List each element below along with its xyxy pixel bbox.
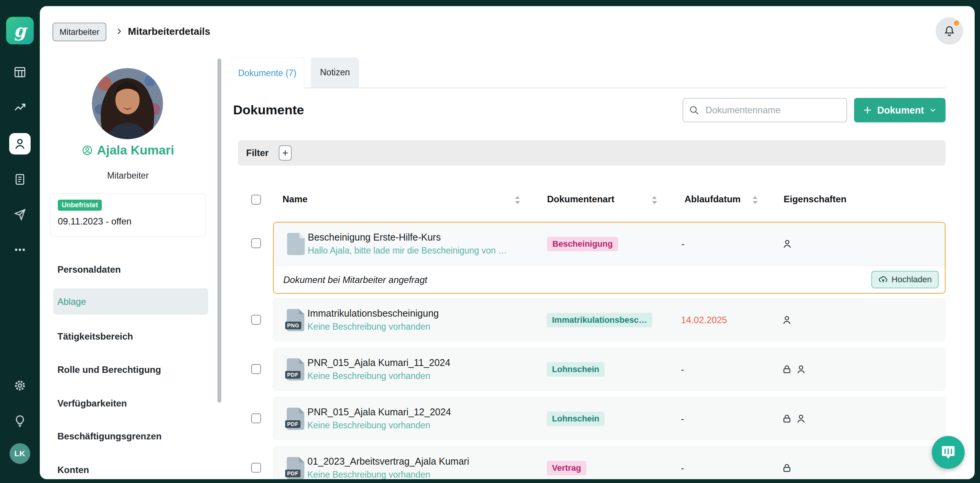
employee-name-row: Ajala Kumari: [40, 143, 216, 158]
table-row[interactable]: PDF 01_2023_Arbeitsvertrag_Ajala Kumari …: [273, 446, 946, 479]
chevron-right-icon: [115, 27, 123, 36]
user-avatar-initials[interactable]: LK: [10, 443, 30, 464]
add-document-label: Dokument: [877, 105, 924, 116]
document-search: [683, 98, 847, 122]
add-document-button[interactable]: Dokument: [854, 98, 946, 122]
section-title: Dokumente: [233, 102, 304, 117]
breadcrumb-back-label: Mitarbeiter: [60, 27, 100, 37]
main-card: Mitarbeiter Mitarbeiterdetails: [40, 6, 975, 479]
cloud-upload-icon: [878, 275, 888, 285]
app-logo[interactable]: g: [6, 17, 34, 44]
breadcrumb-back-button[interactable]: Mitarbeiter: [52, 23, 106, 41]
document-type-badge: Bescheinigung: [547, 237, 618, 251]
document-name: Immatrikulationsbescheinigung: [307, 308, 439, 319]
file-icon: [287, 233, 305, 255]
contract-status-badge: Unbefristet: [58, 200, 102, 211]
more-icon[interactable]: [13, 243, 26, 256]
person-icon: [782, 239, 792, 249]
file-type-label: PDF: [285, 371, 301, 379]
employee-photo: [92, 68, 163, 139]
bell-icon: [943, 25, 956, 37]
table-row[interactable]: PDF PNR_015_Ajala Kumari_11_2024 Keine B…: [273, 348, 946, 391]
expiry-date: -: [681, 463, 684, 473]
sidebar-item-konten[interactable]: Konten: [57, 462, 203, 478]
table-row[interactable]: PDF PNR_015_Ajala Kumari_12_2024 Keine B…: [273, 397, 946, 440]
sort-icon-name[interactable]: [514, 195, 520, 205]
row-checkbox-4[interactable]: [251, 413, 261, 423]
employees-icon-active[interactable]: [9, 133, 31, 154]
document-name: Bescheinigung Erste-Hilfe-Kurs: [308, 232, 441, 243]
column-header-properties: Eigenschaften: [784, 194, 846, 205]
sidebar-item-verfuegbarkeiten[interactable]: Verfügbarkeiten: [57, 396, 203, 411]
upload-button[interactable]: Hochladen: [871, 271, 939, 288]
gear-icon[interactable]: [13, 379, 26, 392]
row-checkbox-5[interactable]: [251, 463, 261, 473]
contract-card: Unbefristet 09.11.2023 - offen: [50, 194, 206, 237]
expiry-date: -: [681, 239, 684, 249]
plus-icon: [862, 105, 872, 115]
document-description: Keine Beschreibung vorhanden: [307, 371, 430, 381]
column-header-expiry: Ablaufdatum: [684, 194, 741, 205]
vertical-scrollbar[interactable]: [217, 59, 221, 403]
select-all-checkbox[interactable]: [251, 195, 261, 205]
plane-icon[interactable]: [13, 208, 26, 221]
upload-button-label: Hochladen: [892, 275, 932, 285]
profile-status-icon: [82, 145, 93, 156]
trending-up-icon[interactable]: [13, 101, 26, 114]
document-description: Keine Beschreibung vorhanden: [307, 470, 430, 479]
documents-icon[interactable]: [13, 173, 26, 186]
sidebar-item-ablage-label: Ablage: [57, 288, 86, 315]
column-header-type: Dokumentenart: [547, 194, 614, 205]
sort-icon-type[interactable]: [652, 195, 657, 205]
document-type-badge: Vertrag: [547, 461, 586, 475]
user-initials: LK: [15, 449, 26, 458]
plus-icon: [281, 149, 289, 157]
file-type-label: PDF: [285, 420, 301, 428]
sidebar-item-personaldaten[interactable]: Personaldaten: [57, 262, 203, 277]
person-icon: [796, 364, 806, 374]
expiry-date: 14.02.2025: [681, 315, 727, 325]
contract-period: 09.11.2023 - offen: [58, 216, 132, 227]
requested-row-main: Bescheinigung Erste-Hilfe-Kurs Hallo Aja…: [274, 223, 945, 266]
sidebar-item-beschaeftigungsgrenzen[interactable]: Beschäftigungsgrenzen: [57, 429, 203, 444]
document-type-badge: Lohnschein: [547, 411, 604, 426]
expiry-date: -: [681, 413, 684, 424]
sidebar-item-ablage[interactable]: Ablage: [53, 288, 208, 315]
expiry-date: -: [681, 364, 684, 375]
notifications-button[interactable]: [936, 17, 963, 45]
file-type-label: PNG: [285, 322, 301, 329]
employee-name: Ajala Kumari: [97, 143, 174, 158]
employee-role: Mitarbeiter: [40, 171, 216, 181]
lock-icon: [782, 413, 792, 424]
chat-button[interactable]: [932, 436, 965, 469]
document-type-badge: Immatrikulationsbesc…: [547, 313, 652, 327]
row-checkbox-2[interactable]: [251, 315, 261, 325]
row-checkbox-3[interactable]: [251, 364, 261, 374]
lock-icon: [782, 364, 792, 374]
sort-icon-expiry[interactable]: [752, 195, 758, 205]
sidebar-item-taetigkeitsbereich[interactable]: Tätigkeitsbereich: [57, 329, 203, 344]
app-logo-glyph: g: [14, 20, 26, 41]
lock-icon: [782, 463, 792, 473]
add-filter-button[interactable]: [279, 145, 292, 161]
document-name: PNR_015_Ajala Kumari_12_2024: [307, 407, 451, 418]
tab-divider: [230, 88, 946, 88]
document-description: Keine Beschreibung vorhanden: [307, 322, 430, 332]
pdf-file-icon: PDF: [287, 457, 304, 479]
document-description: Hallo Ajala, bitte lade mir die Beschein…: [308, 246, 507, 256]
png-file-icon: PNG: [287, 309, 304, 331]
sidebar-item-rolle-berechtigung[interactable]: Rolle und Berechtigung: [57, 362, 203, 377]
filter-bar: Filter: [238, 140, 946, 166]
person-icon: [796, 413, 806, 424]
filter-label: Filter: [246, 140, 269, 166]
table-row-requested[interactable]: Bescheinigung Erste-Hilfe-Kurs Hallo Aja…: [273, 222, 946, 294]
calendar-icon[interactable]: [13, 65, 26, 78]
search-input[interactable]: [683, 98, 847, 122]
requested-row-status: Dokument bei Mitarbeiter angefragt Hochl…: [274, 266, 945, 294]
tab-notizen[interactable]: Notizen: [311, 57, 359, 88]
lightbulb-icon[interactable]: [13, 415, 26, 428]
row-checkbox-1[interactable]: [251, 238, 261, 248]
table-row[interactable]: PNG Immatrikulationsbescheinigung Keine …: [273, 298, 946, 342]
document-description: Keine Beschreibung vorhanden: [307, 420, 430, 431]
tab-dokumente[interactable]: Dokumente (7): [230, 57, 304, 88]
